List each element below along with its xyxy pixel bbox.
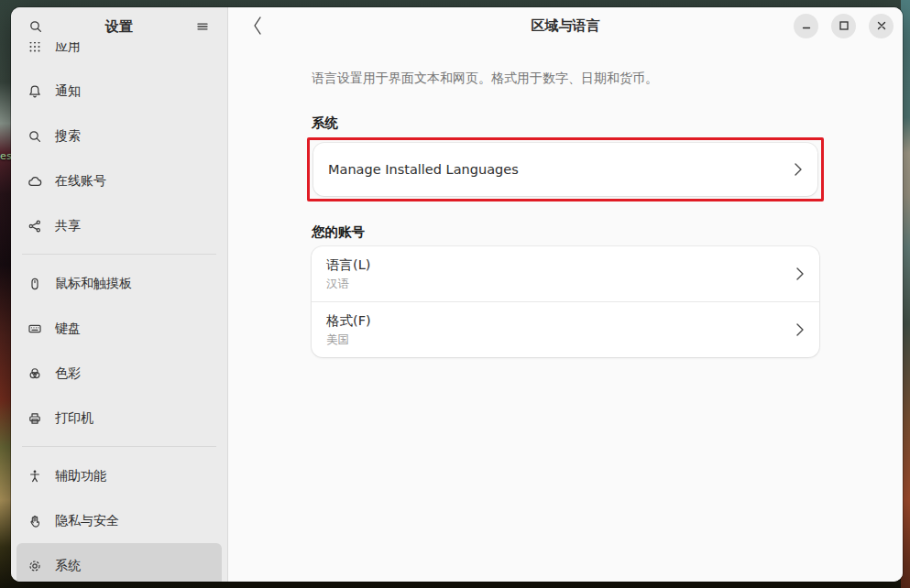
sidebar-item-label: 色彩 <box>55 365 81 382</box>
chevron-right-icon <box>794 162 803 177</box>
hamburger-menu-button[interactable] <box>189 13 216 40</box>
formats-row-label: 格式(F) <box>326 312 371 330</box>
sidebar-item-notifications[interactable]: 通知 <box>16 69 222 114</box>
language-row[interactable]: 语言(L) 汉语 <box>312 246 819 301</box>
sidebar-item-search[interactable]: 搜索 <box>16 114 222 158</box>
mouse-icon <box>27 277 42 291</box>
cloud-icon <box>27 174 42 189</box>
hamburger-menu-icon <box>195 19 210 34</box>
minimize-button[interactable] <box>794 14 818 38</box>
keyboard-icon <box>27 321 42 336</box>
sidebar-separator <box>22 446 216 447</box>
language-row-label: 语言(L) <box>326 256 370 274</box>
apps-icon <box>27 42 42 54</box>
bell-icon <box>27 84 42 99</box>
page-description: 语言设置用于界面文本和网页。格式用于数字、日期和货币。 <box>312 69 819 87</box>
sidebar-list: 应用 通知 搜索 在线账号 <box>11 42 227 582</box>
manage-installed-languages-row[interactable]: Manage Installed Languages <box>313 143 817 196</box>
sidebar-item-apps[interactable]: 应用 <box>16 42 222 69</box>
formats-row-value: 美国 <box>326 332 371 348</box>
search-button[interactable] <box>22 13 49 40</box>
sidebar-item-keyboard[interactable]: 键盘 <box>16 306 222 351</box>
sidebar-item-label: 打印机 <box>55 410 93 427</box>
sidebar-item-color[interactable]: 色彩 <box>16 351 222 396</box>
sidebar-item-label: 鼠标和触摸板 <box>55 276 132 292</box>
close-button[interactable] <box>869 14 894 38</box>
sidebar-item-label: 共享 <box>55 218 81 234</box>
region-language-page: 语言设置用于界面文本和网页。格式用于数字、日期和货币。 系统 Manage In… <box>228 44 903 582</box>
share-icon <box>27 219 42 234</box>
back-button[interactable] <box>243 11 272 40</box>
sidebar-item-mouse-touchpad[interactable]: 鼠标和触摸板 <box>16 261 222 306</box>
red-annotation-box: Manage Installed Languages <box>307 137 824 201</box>
sidebar-item-online-accounts[interactable]: 在线账号 <box>16 158 222 203</box>
privacy-hand-icon <box>27 514 42 528</box>
manage-installed-languages-label: Manage Installed Languages <box>328 162 519 177</box>
sidebar-header: 设置 <box>11 11 227 42</box>
maximize-icon <box>839 20 850 31</box>
section-label-your-account: 您的账号 <box>312 223 819 241</box>
minimize-icon <box>801 20 812 31</box>
accessibility-icon <box>27 469 42 484</box>
search-icon <box>27 129 42 144</box>
color-icon <box>27 366 42 381</box>
account-card: 语言(L) 汉语 格式(F) 美国 <box>312 246 819 357</box>
main-header: 区域与语言 <box>228 7 903 44</box>
settings-window: 设置 应用 通知 <box>11 7 903 582</box>
back-chevron-icon <box>251 16 264 36</box>
sidebar-title: 设置 <box>105 18 133 36</box>
sidebar-item-label: 隐私与安全 <box>55 513 119 529</box>
sidebar-item-label: 在线账号 <box>55 173 106 190</box>
main-panel: 区域与语言 <box>228 7 903 582</box>
sidebar-item-privacy-security[interactable]: 隐私与安全 <box>16 498 222 543</box>
maximize-button[interactable] <box>831 14 856 38</box>
language-row-value: 汉语 <box>326 277 370 292</box>
search-icon <box>28 19 43 34</box>
sidebar-item-label: 键盘 <box>55 321 81 337</box>
sidebar-item-system[interactable]: 系统 <box>16 543 222 582</box>
window-controls <box>794 14 894 38</box>
sidebar-item-printers[interactable]: 打印机 <box>16 396 222 441</box>
sidebar: 设置 应用 通知 <box>11 7 228 582</box>
sidebar-item-label: 应用 <box>55 42 81 55</box>
system-languages-card: Manage Installed Languages <box>313 143 817 196</box>
sidebar-separator <box>22 254 216 255</box>
sidebar-item-label: 系统 <box>55 558 81 574</box>
sidebar-item-sharing[interactable]: 共享 <box>16 203 222 248</box>
chevron-right-icon <box>795 267 805 281</box>
sidebar-item-accessibility[interactable]: 辅助功能 <box>16 453 222 498</box>
sidebar-item-label: 通知 <box>55 83 81 100</box>
sidebar-item-label: 搜索 <box>55 128 81 145</box>
system-gear-icon <box>27 559 42 573</box>
sidebar-item-label: 辅助功能 <box>55 468 106 485</box>
formats-row[interactable]: 格式(F) 美国 <box>312 302 819 357</box>
chevron-right-icon <box>795 322 805 337</box>
printer-icon <box>27 411 42 426</box>
section-label-system: 系统 <box>312 114 819 132</box>
close-icon <box>876 20 887 31</box>
